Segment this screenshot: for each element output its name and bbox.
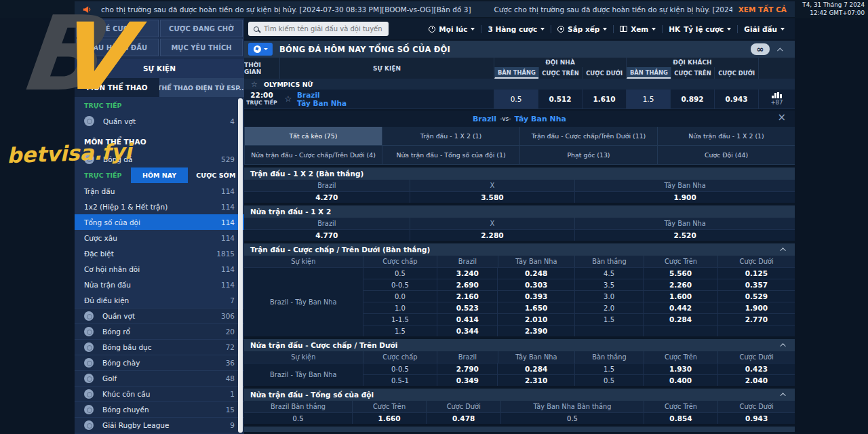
odds-cell[interactable]: 2.310 (497, 375, 574, 386)
close-icon[interactable]: × (777, 113, 786, 123)
odds-cell[interactable]: 0.512 (538, 90, 582, 108)
market-tab[interactable]: Tất cả kèo (75) (244, 127, 382, 146)
market-row[interactable]: Đủ điều kiện7 (75, 292, 244, 308)
market-row[interactable]: Cược xâu114 (75, 230, 244, 245)
odds-cell[interactable]: 2.260 (643, 279, 717, 290)
market-tab[interactable]: Nửa trận đấu - Tổng số của đội (1) (382, 146, 519, 165)
search-bar[interactable] (248, 22, 389, 36)
odds-cell[interactable]: 0.442 (643, 302, 717, 313)
collapse-chevron-icon[interactable] (777, 47, 783, 53)
sport-row[interactable]: Bóng rổ20 (75, 323, 244, 339)
market-tab[interactable]: Cược Đội (44) (657, 146, 795, 165)
odds-cell[interactable]: 0.303 (497, 279, 574, 290)
section-title-bar[interactable]: Trận đấu - Cược chấp / Trên Dưới (Bàn th… (244, 243, 795, 256)
sport-row[interactable]: Bóng chuyền15 (75, 401, 244, 417)
football-tab[interactable]: HÔM NAY (131, 167, 187, 183)
league-group-row[interactable]: ☆ OLYMPICS NỮ (244, 79, 795, 90)
section-title-bar[interactable]: Nửa trận đấu - Cược chấp / Trên Dưới (244, 339, 795, 351)
odds-cell[interactable]: 0.393 (497, 291, 574, 302)
market-tab[interactable]: Trận đấu - Cược chấp/Trên Dưới (11) (519, 127, 657, 146)
sidebar-item-live-sport[interactable]: Quần vợt4 (75, 113, 244, 130)
market-row[interactable]: Nửa trận đấu114 (75, 277, 244, 292)
market-row[interactable]: Cơ hội nhân đôi114 (75, 261, 244, 277)
market-tab[interactable]: Trận đấu - 1 X 2 (1) (382, 127, 519, 146)
sidebar-scrollbar[interactable] (238, 98, 243, 433)
market-row[interactable]: Trận đấu114 (75, 183, 244, 199)
sport-row[interactable]: Bóng chày36 (75, 355, 244, 370)
notification-ticker[interactable]: cho thị trường sau đã được hoàn tiền do … (75, 1, 795, 17)
league-filter[interactable]: Giải đấu (738, 25, 791, 33)
sort-filter[interactable]: Sắp xếp (551, 25, 613, 33)
odds-cell[interactable]: 0.248 (497, 268, 574, 279)
sport-select-button[interactable] (248, 43, 273, 56)
odds-cell[interactable]: 0.284 (497, 363, 574, 374)
odds-cell[interactable]: 0.943 (714, 90, 758, 108)
odds-cell[interactable]: 0.529 (717, 291, 795, 302)
market-tab[interactable]: Nửa trận đấu - 1 X 2 (1) (657, 127, 795, 146)
market-row[interactable]: Tổng số của đội114 (75, 214, 244, 230)
odds-cell[interactable]: 2.790 (437, 363, 497, 374)
odds-cell[interactable]: 2.040 (717, 375, 795, 386)
odds-cell[interactable]: 1.930 (643, 363, 717, 374)
more-markets-cell[interactable]: +87 (758, 90, 795, 108)
market-row[interactable]: 1x2 (Hiệp 1 & Hết trận)114 (75, 199, 244, 214)
odds-cell[interactable]: 1.660 (352, 413, 426, 424)
section-title-bar[interactable]: Nửa trận đấu - 1 X 2 (244, 205, 795, 218)
odds-cell[interactable]: 0.344 (437, 326, 497, 336)
odds-cell[interactable]: 2.520 (574, 230, 795, 241)
odds-cell[interactable]: 0.423 (717, 363, 795, 374)
odds-cell[interactable]: 0.125 (717, 268, 795, 279)
sport-row[interactable]: Golf48 (75, 370, 244, 386)
odds-cell[interactable]: 0.523 (437, 302, 497, 313)
search-input[interactable] (264, 25, 383, 33)
sidebar-button[interactable]: MỤC YÊU THÍCH (160, 39, 243, 56)
sport-row[interactable]: Giải Rugby League9 (75, 417, 244, 433)
view-all-link[interactable]: XEM TẤT CẢ (738, 5, 787, 14)
odds-cell[interactable]: 1.600 (643, 291, 717, 302)
football-tab[interactable]: CƯỢC SỚM (188, 167, 244, 183)
odds-cell[interactable]: 2.010 (497, 314, 574, 325)
home-team-link[interactable]: Brazil (297, 91, 494, 99)
odds-cell[interactable]: 3.580 (410, 192, 575, 203)
odds-cell[interactable]: 0.478 (426, 413, 500, 424)
sidebar-button[interactable]: CƯỢC ĐANG CHỜ (160, 20, 243, 37)
infinity-button[interactable]: ∞ (751, 43, 770, 55)
football-tab[interactable]: TRỰC TIẾP (75, 167, 131, 183)
odds-cell[interactable]: 0.943 (717, 413, 795, 424)
odds-cell[interactable]: 2.280 (410, 230, 575, 241)
section-title-bar[interactable]: Nửa trận đấu - Tổng số của đội (244, 389, 795, 401)
odds-cell[interactable]: 4.270 (244, 192, 410, 203)
odds-cell[interactable]: 3.240 (437, 268, 497, 279)
view-filter[interactable]: Xem (614, 25, 662, 33)
section-title-bar[interactable]: Trận đấu - 1 X 2 (Bàn thắng) (244, 167, 795, 180)
odds-cell[interactable]: 4.770 (244, 230, 410, 241)
rows-filter[interactable]: 3 Hàng cược (481, 25, 551, 33)
odds-format-filter[interactable]: HKTỷ lệ cược (663, 25, 737, 33)
odds-cell[interactable]: 2.160 (437, 291, 497, 302)
market-row[interactable]: Đặc biệt1815 (75, 245, 244, 261)
odds-cell[interactable]: 2.390 (497, 326, 574, 336)
odds-cell[interactable]: 2.770 (717, 314, 795, 325)
star-icon[interactable]: ☆ (251, 81, 258, 88)
odds-cell[interactable]: 0.357 (717, 279, 795, 290)
time-filter[interactable]: Mọi lúc (422, 25, 481, 33)
sport-row[interactable]: Bóng bầu dục72 (75, 339, 244, 355)
sport-row[interactable]: Quần vợt306 (75, 308, 244, 323)
odds-cell[interactable]: 0.400 (643, 375, 717, 386)
odds-cell[interactable]: 1.900 (717, 302, 795, 313)
odds-cell[interactable]: 0.854 (644, 413, 718, 424)
odds-cell[interactable]: 5.560 (643, 268, 717, 279)
odds-cell[interactable]: 0.284 (643, 314, 717, 325)
odds-cell[interactable]: 1.650 (497, 302, 574, 313)
away-team-link[interactable]: Tây Ban Nha (297, 99, 494, 107)
odds-cell[interactable]: 0.414 (437, 314, 497, 325)
odds-cell[interactable]: 2.690 (437, 279, 497, 290)
odds-cell[interactable]: 1.900 (574, 192, 795, 203)
odds-cell[interactable]: 1.610 (582, 90, 626, 108)
sport-row[interactable]: Khúc côn cầu1 (75, 386, 244, 401)
odds-cell[interactable]: 0.892 (670, 90, 714, 108)
market-tab[interactable]: Nửa trận đấu - Cược chấp/Trên Dưới (4) (244, 146, 382, 165)
goal-line-cell[interactable]: 0.5 (494, 90, 538, 108)
favorite-star[interactable]: ☆ (279, 90, 297, 108)
market-tab[interactable]: Phạt góc (13) (519, 146, 657, 165)
